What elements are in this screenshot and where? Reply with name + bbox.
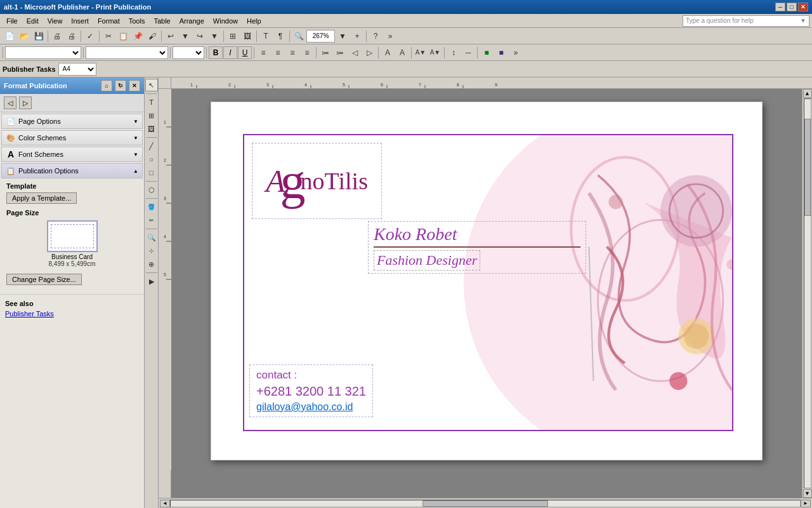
apply-template-button[interactable]: Apply a Template... — [6, 192, 77, 204]
print-icon[interactable]: 🖨 — [65, 29, 79, 43]
pointer-tool[interactable]: ↖ — [145, 79, 158, 91]
more2-icon[interactable]: » — [509, 46, 523, 60]
green-square-icon[interactable]: ■ — [480, 46, 494, 60]
menu-edit[interactable]: Edit — [23, 16, 43, 26]
help-search-box[interactable]: Type a question for help ▼ — [683, 15, 809, 27]
pub-options-header[interactable]: 📋 Publication Options ▲ — [1, 163, 143, 178]
menu-format[interactable]: Format — [94, 16, 124, 26]
sidebar-nav-next[interactable]: ▷ — [19, 97, 32, 109]
fill-color-tool[interactable]: 🪣 — [145, 201, 158, 213]
zoom-tool[interactable]: 🔍 — [145, 231, 158, 244]
font-schemes-header[interactable]: A Font Schemes ▼ — [1, 147, 143, 162]
line-style-icon[interactable]: ─ — [461, 46, 475, 60]
minimize-button[interactable]: ─ — [775, 3, 785, 11]
crop-tool[interactable]: ⊹ — [145, 244, 158, 257]
paste-icon[interactable]: 📌 — [131, 29, 145, 43]
sidebar-refresh-btn[interactable]: ↻ — [115, 80, 126, 91]
zoom-in-icon[interactable]: + — [350, 29, 364, 43]
font-size-decrease-icon[interactable]: A — [395, 46, 409, 60]
bullet-list-icon[interactable]: ≔ — [318, 46, 332, 60]
print-preview-icon[interactable]: 🖨 — [50, 29, 64, 43]
italic-button[interactable]: I — [223, 46, 237, 59]
publisher-tasks-link[interactable]: Publisher Tasks — [5, 310, 139, 318]
underline-button[interactable]: U — [238, 46, 252, 59]
undo-dropdown-icon[interactable]: ▼ — [178, 29, 192, 43]
vscroll-track[interactable] — [804, 98, 811, 488]
custom-shapes-tool[interactable]: ⬡ — [145, 184, 158, 196]
redo-dropdown-icon[interactable]: ▼ — [207, 29, 221, 43]
save-icon[interactable]: 💾 — [32, 29, 46, 43]
zoom-out-icon[interactable]: 🔍 — [292, 29, 306, 43]
new-icon[interactable]: 📄 — [3, 29, 16, 43]
scroll-down-btn[interactable]: ▼ — [803, 489, 812, 498]
sidebar-close-btn[interactable]: ✕ — [129, 80, 140, 91]
size-dropdown[interactable] — [173, 46, 204, 59]
font-color-icon[interactable]: A▼ — [428, 46, 442, 60]
open-icon[interactable]: 📂 — [17, 29, 31, 43]
close-button[interactable]: ✕ — [798, 3, 808, 11]
menu-view[interactable]: View — [44, 16, 67, 26]
text-frame-icon[interactable]: T — [259, 29, 273, 43]
menu-insert[interactable]: Insert — [67, 16, 93, 26]
help-icon[interactable]: ? — [369, 29, 383, 43]
expand-tools[interactable]: ▶ — [145, 275, 158, 288]
align-left-icon[interactable]: ≡ — [256, 46, 270, 60]
justify-icon[interactable]: ≡ — [300, 46, 314, 60]
line-color-tool[interactable]: ✏ — [145, 214, 158, 227]
menu-table[interactable]: Table — [150, 16, 174, 26]
text-tool[interactable]: T — [145, 96, 158, 109]
format-painter-icon[interactable]: 🖌 — [145, 29, 159, 43]
rect-tool[interactable]: □ — [145, 166, 158, 179]
change-page-size-button[interactable]: Change Page Size... — [6, 274, 82, 285]
menu-tools[interactable]: Tools — [125, 16, 149, 26]
connect-tool[interactable]: ⊕ — [145, 258, 158, 271]
insert-picture-icon[interactable]: 🖼 — [240, 29, 254, 43]
menu-arrange[interactable]: Arrange — [176, 16, 208, 26]
sidebar-nav-prev[interactable]: ◁ — [4, 97, 16, 109]
picture-tool[interactable]: 🖼 — [145, 123, 158, 135]
align-right-icon[interactable]: ≡ — [285, 46, 299, 60]
scroll-up-btn[interactable]: ▲ — [803, 89, 812, 98]
font-size-increase-icon[interactable]: A — [381, 46, 395, 60]
font-dropdown[interactable] — [86, 46, 168, 59]
page-options-header[interactable]: 📄 Page Options ▼ — [1, 114, 143, 129]
undo-icon[interactable]: ↩ — [164, 29, 178, 43]
insert-table-icon[interactable]: ⊞ — [226, 29, 240, 43]
bold-button[interactable]: B — [209, 46, 223, 59]
copy-icon[interactable]: 📋 — [116, 29, 130, 43]
more-icon[interactable]: » — [383, 29, 397, 43]
align-center-icon[interactable]: ≡ — [271, 46, 285, 60]
hscroll-track[interactable] — [170, 500, 801, 507]
highlight-icon[interactable]: A▼ — [414, 46, 428, 60]
line-tool[interactable]: ╱ — [145, 140, 158, 152]
table-tool[interactable]: ⊞ — [145, 109, 158, 122]
number-list-icon[interactable]: ≔ — [333, 46, 347, 60]
sidebar-home-btn[interactable]: ⌂ — [101, 80, 112, 91]
redo-icon[interactable]: ↪ — [193, 29, 207, 43]
sep-t1 — [3, 47, 3, 58]
vscroll-thumb[interactable] — [804, 119, 811, 216]
hscroll-thumb[interactable] — [422, 500, 548, 507]
spell-icon[interactable]: ✓ — [83, 29, 97, 43]
style-dropdown[interactable] — [5, 46, 81, 59]
menu-help[interactable]: Help — [243, 16, 265, 26]
task-dropdown[interactable]: A4 — [58, 63, 96, 76]
decrease-indent-icon[interactable]: ◁ — [348, 46, 362, 60]
line-spacing-icon[interactable]: ↕ — [447, 46, 461, 60]
menu-file[interactable]: File — [3, 16, 22, 26]
maximize-button[interactable]: □ — [787, 3, 797, 11]
oval-tool[interactable]: ○ — [145, 153, 158, 166]
canvas-scroll[interactable]: A g noTilis Koko Robet Fashion Designer — [171, 89, 802, 498]
cut-icon[interactable]: ✂ — [102, 29, 115, 43]
menu-window[interactable]: Window — [209, 16, 242, 26]
increase-indent-icon[interactable]: ▷ — [362, 46, 376, 60]
scroll-left-btn[interactable]: ◄ — [160, 500, 170, 507]
zoom-input[interactable]: 267% — [306, 30, 335, 43]
color-schemes-header[interactable]: 🎨 Color Schemes ▼ — [1, 130, 143, 145]
blue-square-icon[interactable]: ■ — [494, 46, 508, 60]
zoom-dropdown-icon[interactable]: ▼ — [336, 29, 350, 43]
content-row: 1 2 3 4 5 — [159, 89, 812, 498]
paragraph-icon[interactable]: ¶ — [273, 29, 287, 43]
contact-label: contact : — [256, 369, 366, 382]
scroll-right-btn[interactable]: ► — [801, 500, 811, 507]
